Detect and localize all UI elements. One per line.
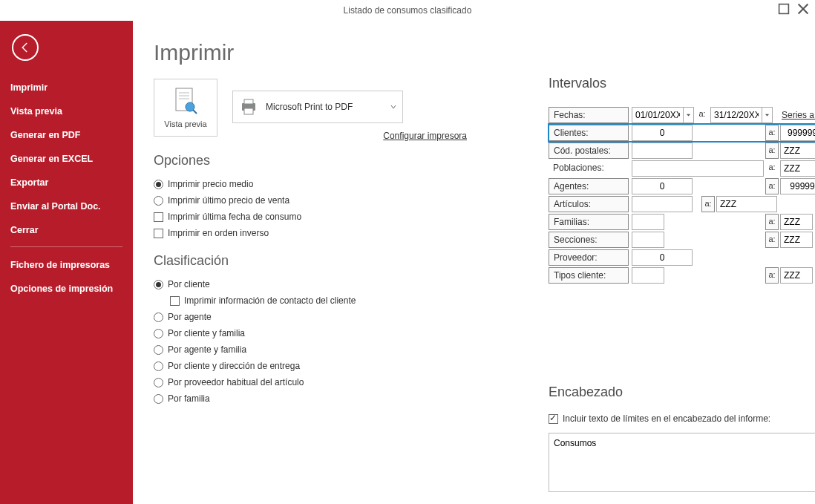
- int-familias-from[interactable]: [632, 214, 664, 230]
- int-agentes-row: Agentes: a:: [549, 177, 815, 195]
- sidebar-item-portal[interactable]: Enviar al Portal Doc.: [0, 194, 133, 218]
- int-fechas-to[interactable]: [710, 107, 762, 123]
- checkbox-icon: [549, 414, 558, 424]
- radio-icon: [154, 196, 163, 206]
- int-secciones-row: Secciones: a:: [549, 231, 815, 249]
- int-proveedor-from[interactable]: [632, 249, 693, 266]
- sidebar-item-exportar[interactable]: Exportar: [0, 171, 133, 194]
- sidebar-item-pdf[interactable]: Generar en PDF: [0, 123, 133, 147]
- document-preview-icon: [173, 87, 198, 117]
- clas-agente-familia[interactable]: Por agente y familia: [154, 341, 794, 358]
- int-a-label: a:: [765, 214, 779, 230]
- checkbox-icon: [170, 296, 180, 306]
- int-agentes-from[interactable]: [632, 178, 693, 194]
- svg-point-12: [252, 105, 254, 106]
- window-title: Listado de consumos clasificado: [344, 5, 472, 16]
- int-fechas-to-dd[interactable]: [762, 107, 773, 123]
- int-articulos-from[interactable]: [632, 196, 693, 212]
- sidebar-item-vista-previa[interactable]: Vista previa: [0, 99, 133, 123]
- clas-cliente-familia[interactable]: Por cliente y familia: [154, 325, 794, 341]
- int-a-label: a:: [765, 178, 779, 194]
- int-articulos-row: Artículos: a:: [549, 195, 815, 213]
- intervalos-heading: Intervalos: [549, 76, 815, 91]
- sidebar-item-fichero[interactable]: Fichero de impresoras: [0, 253, 133, 277]
- sidebar-item-excel[interactable]: Generar en EXCEL: [0, 147, 133, 171]
- sidebar-item-imprimir[interactable]: Imprimir: [0, 76, 133, 99]
- clas-por-agente[interactable]: Por agente: [154, 309, 794, 325]
- series-link[interactable]: Series a imprimir:: [782, 110, 815, 120]
- svg-rect-0: [779, 4, 789, 14]
- svg-line-8: [193, 110, 197, 114]
- svg-rect-11: [244, 108, 253, 114]
- radio-icon: [154, 280, 163, 289]
- int-codpost-row: Cód. postales: a:: [549, 142, 815, 160]
- page-title: Imprimir: [154, 40, 794, 65]
- configure-printer-link[interactable]: Configurar impresora: [383, 131, 467, 141]
- int-a-label: a:: [701, 196, 715, 212]
- int-a-label: a:: [765, 143, 779, 159]
- int-tipos-from[interactable]: [632, 267, 664, 284]
- radio-icon: [154, 329, 163, 338]
- radio-icon: [154, 312, 163, 322]
- chevron-down-icon: [390, 104, 396, 110]
- int-articulos-to[interactable]: [716, 196, 777, 212]
- int-a-label: a:: [695, 107, 709, 123]
- int-a-label: a:: [765, 232, 779, 248]
- radio-icon: [154, 378, 163, 387]
- back-button[interactable]: [12, 34, 39, 61]
- int-tipos-label: Tipos cliente:: [549, 267, 629, 284]
- int-a-label: a:: [765, 125, 779, 141]
- int-tipos-to[interactable]: [780, 267, 813, 284]
- sidebar: Imprimir Vista previa Generar en PDF Gen…: [0, 21, 133, 504]
- vista-previa-label: Vista previa: [164, 120, 206, 128]
- close-icon[interactable]: [797, 3, 809, 15]
- int-agentes-label: Agentes:: [549, 178, 629, 194]
- checkbox-icon: [154, 212, 163, 222]
- radio-icon: [154, 180, 163, 189]
- sidebar-divider: [10, 246, 122, 247]
- int-poblac-from[interactable]: [632, 160, 764, 177]
- int-codpost-to[interactable]: [780, 143, 815, 159]
- int-poblac-label: Poblaciones:: [549, 160, 629, 177]
- int-codpost-from[interactable]: [632, 143, 693, 159]
- int-proveedor-label: Proveedor:: [549, 249, 629, 266]
- int-familias-row: Familias: a:: [549, 213, 815, 231]
- int-clientes-row: Clientes: a:: [549, 124, 815, 142]
- int-articulos-label: Artículos:: [549, 196, 629, 212]
- int-familias-label: Familias:: [549, 214, 629, 230]
- printer-name: Microsoft Print to PDF: [266, 102, 383, 112]
- radio-icon: [154, 345, 163, 355]
- int-fechas-from[interactable]: [632, 107, 684, 123]
- int-clientes-from[interactable]: [632, 125, 693, 141]
- maximize-icon[interactable]: [778, 3, 790, 15]
- int-poblac-row: Poblaciones: a:: [549, 160, 815, 177]
- radio-icon: [154, 394, 163, 404]
- int-fechas-row: Fechas: a: Series a imprimir:: [549, 106, 815, 124]
- encab-textarea[interactable]: [549, 433, 815, 492]
- radio-icon: [154, 361, 163, 371]
- titlebar: Listado de consumos clasificado: [0, 0, 815, 21]
- sidebar-item-opciones[interactable]: Opciones de impresión: [0, 277, 133, 301]
- int-secciones-to[interactable]: [780, 232, 813, 248]
- int-clientes-to[interactable]: [780, 125, 815, 141]
- int-secciones-label: Secciones:: [549, 232, 629, 248]
- int-familias-to[interactable]: [780, 214, 813, 230]
- svg-rect-10: [244, 99, 253, 104]
- int-a-label: a:: [765, 160, 779, 177]
- encab-incluir-check[interactable]: Incluir texto de límites en el encabezad…: [549, 413, 815, 424]
- int-agentes-to[interactable]: [780, 178, 815, 194]
- clas-contacto-cliente[interactable]: Imprimir información de contacto del cli…: [170, 292, 794, 309]
- int-secciones-from[interactable]: [632, 232, 664, 248]
- sidebar-item-cerrar[interactable]: Cerrar: [0, 218, 133, 242]
- checkbox-icon: [154, 229, 163, 238]
- int-codpost-label: Cód. postales:: [549, 143, 629, 159]
- int-fechas-from-dd[interactable]: [684, 107, 694, 123]
- int-fechas-label: Fechas:: [549, 107, 629, 123]
- printer-select[interactable]: Microsoft Print to PDF: [232, 91, 403, 123]
- int-a-label: a:: [765, 267, 779, 284]
- int-proveedor-row: Proveedor:: [549, 249, 815, 266]
- int-poblac-to[interactable]: [780, 160, 815, 177]
- vista-previa-button[interactable]: Vista previa: [154, 79, 217, 137]
- printer-icon: [239, 97, 258, 117]
- clas-cliente-direccion[interactable]: Por cliente y dirección de entrega: [154, 358, 794, 374]
